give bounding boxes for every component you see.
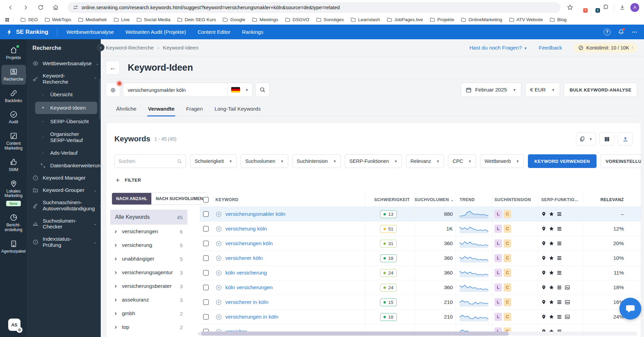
filter-dropdown[interactable]: Schwierigkeit▼ [190,154,237,168]
bookmark-item[interactable]: Social Media [134,16,173,23]
bookmark-item[interactable]: WebTops [42,16,74,23]
tab[interactable]: Ähnliche [115,103,137,116]
site-settings-icon[interactable] [73,5,78,10]
help-icon[interactable]: ? [604,29,611,36]
settings-gear-icon[interactable]: ⚙ [17,327,22,333]
group-row[interactable]: versicherungsberater 3 [110,279,187,293]
add-to-list-icon[interactable] [215,211,222,217]
chevron-right-icon[interactable] [114,298,117,302]
row-checkbox[interactable] [203,226,209,231]
bookmark-item[interactable]: ATV Website [506,16,546,23]
submenu-scrollbar[interactable] [99,79,100,120]
search-button[interactable] [255,83,270,97]
bookmark-item[interactable]: Projekte [427,16,458,23]
row-checkbox[interactable] [203,255,209,261]
more-menu-icon[interactable]: ⋯ [632,29,638,35]
bookmark-item[interactable]: DSGVO [282,16,312,23]
select-all-checkbox[interactable] [203,197,209,202]
submenu-item[interactable]: Wettbewerbsanalyse ⌄ [27,57,101,70]
feedback-link[interactable]: Feedback [539,45,562,51]
apps-grid-icon[interactable] [5,17,10,22]
bookmark-item[interactable]: Dein SEO Kurs [174,16,219,23]
submenu-item[interactable]: Ads-Verlauf ⌄ [27,146,101,159]
sort-by-volume-button[interactable]: NACH SUCHVOLUMEN [151,193,207,205]
tab[interactable]: Fragen [185,103,204,116]
submenu-item[interactable]: Suchmaschinen-Autovervollständigung ⌄ [27,196,101,215]
add-filter-button[interactable]: ＋ FILTER [114,175,641,184]
submenu-item[interactable]: Organischer SERP-Verlauf ⌄ [27,128,101,146]
bulk-analysis-button[interactable]: BULK KEYWORD-ANALYSE [564,83,637,97]
sidebar-item[interactable]: Bericht-erstellung [1,211,26,235]
faq-link[interactable]: Hast du noch Fragen?▼ [470,45,527,51]
add-to-list-icon[interactable] [215,314,222,320]
sidebar-item[interactable]: Content Marketing [1,129,26,154]
add-to-list-icon[interactable] [215,299,222,306]
topnav-item[interactable]: Content Editor [198,29,230,35]
use-keyword-button[interactable]: KEYWORD VERWENDEN [528,154,597,168]
add-to-list-icon[interactable] [215,240,222,247]
back-button[interactable]: ← [106,61,120,75]
currency-select[interactable]: € EUR▼ [525,83,560,97]
brand[interactable]: SE Ranking [6,28,48,36]
chevron-right-icon[interactable] [114,257,117,261]
chevron-right-icon[interactable] [114,284,117,288]
submenu-item[interactable]: Indexstatus-Prüfung ⌄ [27,233,101,251]
row-checkbox[interactable] [203,211,209,217]
browser-reload-icon[interactable] [35,2,46,13]
sidebar-item[interactable]: Backlinks [1,86,26,106]
row-checkbox[interactable] [203,299,209,305]
row-checkbox[interactable] [203,241,209,246]
filter-dropdown[interactable]: Relevanz▼ [406,154,444,168]
bookmark-item[interactable]: Google [220,16,248,23]
keyword-link[interactable]: köln versicherung [225,270,267,276]
add-to-list-icon[interactable] [215,284,222,291]
filter-dropdown[interactable]: Wettbewerb▼ [480,154,524,168]
filter-dropdown[interactable]: SERP-Funktionen▼ [345,154,402,168]
bookmark-item[interactable]: JobPages.live [384,16,426,23]
bookmark-item[interactable]: Live [111,16,133,23]
topnav-item[interactable]: Webseiten Audit (Projekte) [125,29,186,35]
sidebar-item[interactable]: SMM [1,155,26,175]
user-avatar[interactable]: AS⚙ [8,319,20,331]
address-bar[interactable]: online.seranking.com/research.keywords.h… [68,2,561,13]
chevron-right-icon[interactable] [114,312,117,315]
bookmark-item[interactable]: Meetings [249,16,281,23]
bookmark-item[interactable]: Mediathek [75,16,110,23]
chat-widget-button[interactable] [619,298,641,320]
browser-profile-avatar[interactable]: A [630,3,639,12]
submenu-item[interactable]: Keyword-Grouper ⌄ [27,184,101,196]
keyword-link[interactable]: versicherer köln [225,255,263,261]
sidebar-item[interactable]: Recherche [1,65,26,85]
extension-1-icon[interactable]: 7 [578,4,586,11]
submenu-item[interactable]: Keyword-Recherche ⌄ [27,70,101,88]
scrollbar-thumb[interactable] [201,332,509,336]
header-volume[interactable]: SUCHVOLUMEN⌄ [415,197,456,202]
chevron-right-icon[interactable] [114,271,117,275]
submenu-item[interactable]: Datenbankerweiterung ⌄ [27,159,101,172]
date-select[interactable]: Februar 2025▼ [461,83,521,97]
browser-home-icon[interactable] [50,2,61,13]
group-row[interactable]: versicherungen 6 [110,225,187,238]
sidebar-item[interactable]: Lokales Marketing New [1,177,26,209]
add-to-list-icon[interactable] [215,270,222,276]
table-search-input[interactable] [118,158,174,164]
topnav-item[interactable]: Rankings [242,29,264,35]
add-to-list-icon[interactable] [215,226,222,232]
keyword-link[interactable]: versicherungsmakler köln [225,211,285,217]
keyword-link[interactable]: köln versicherungen [225,284,273,291]
header-serp[interactable]: SERP-FUNKTIO... [538,197,583,202]
header-difficulty[interactable]: SCHWIERIGKEIT [365,197,415,202]
row-checkbox[interactable] [203,314,209,320]
keyword-link[interactable]: versicherung köln [225,226,267,232]
filter-dropdown[interactable]: Suchvolumen▼ [241,154,288,168]
header-intent[interactable]: SUCHINTENSION [492,197,538,202]
submenu-item[interactable]: Keyword Manager ⌄ [27,172,101,184]
group-row[interactable]: assekuranz 3 [110,293,187,307]
bookmark-item[interactable]: Learndash [348,16,383,23]
bookmark-item[interactable]: Sonstiges [313,16,347,23]
sidebar-item[interactable]: Audit [1,108,26,127]
presets-button[interactable]: VOREINSTELLUNGEN▼ [601,154,641,168]
header-trend[interactable]: TREND [456,197,492,202]
topnav-item[interactable]: Wettbewerbsanalyse [66,29,114,35]
notifications-bell-icon[interactable] [618,29,624,35]
